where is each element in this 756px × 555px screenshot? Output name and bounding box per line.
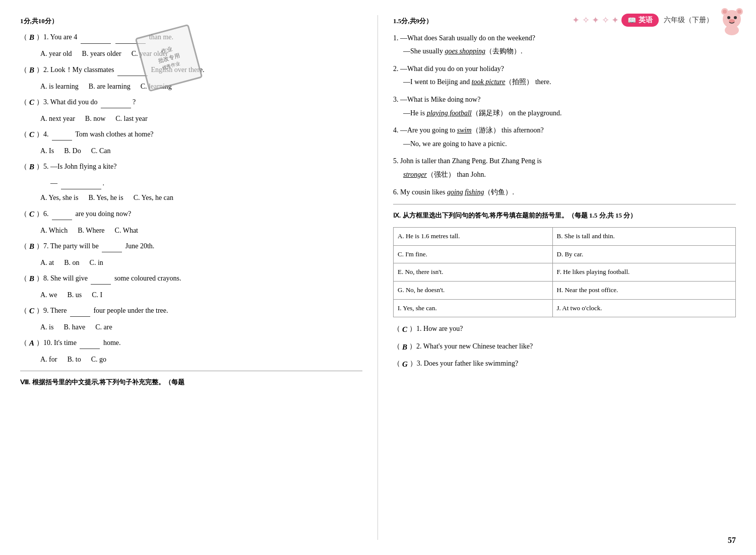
brand-bar: ✦ ✧ ✦ ✧ ✦ 📖 英语 六年级（下册） bbox=[572, 5, 746, 35]
right-section-divider bbox=[393, 204, 736, 204]
q8-options: A. we B. us C. I bbox=[40, 289, 362, 301]
right-column: 1.5分,共9分） 1. —What does Sarah usually do… bbox=[378, 15, 736, 540]
brand-icon: 📖 bbox=[627, 16, 636, 25]
section9-label: Ⅸ. 从方框里选出下列问句的答句,将序号填在题前的括号里。（每题 1.5 分,共… bbox=[393, 210, 736, 222]
fill-q6: 6. My cousin likes going fishing（钓鱼）. bbox=[393, 186, 736, 199]
q4-options: A. Is B. Do C. Can bbox=[40, 145, 362, 157]
page-number: 57 bbox=[728, 536, 736, 545]
q3-options: A. next year B. now C. last year bbox=[40, 112, 362, 125]
brand-badge: 📖 英语 bbox=[621, 14, 659, 27]
match-q1: （ C ）1. How are you? bbox=[393, 322, 736, 337]
table-row: C. I'm fine. D. By car. bbox=[394, 245, 736, 263]
question-10: （ A ）10. It's time home. bbox=[20, 336, 362, 350]
left-section-header: 1分,共10分） bbox=[20, 15, 362, 27]
table-row: A. He is 1.6 metres tall. B. She is tall… bbox=[394, 227, 736, 245]
match-q3: （ G ）3. Does your father like swimming? bbox=[393, 357, 736, 372]
table-row: I. Yes, she can. J. At two o'clock. bbox=[394, 299, 736, 317]
table-row: G. No, he doesn't. H. Near the post offi… bbox=[394, 281, 736, 299]
table-row: E. No, there isn't. F. He likes playing … bbox=[394, 263, 736, 282]
svg-point-5 bbox=[727, 16, 730, 19]
left-column: 1分,共10分） （ B ）1. You are 4 than me. A. y… bbox=[20, 15, 378, 540]
svg-point-3 bbox=[723, 10, 727, 14]
svg-point-4 bbox=[737, 10, 741, 14]
question-6: （ C ）6. are you doing now? bbox=[20, 207, 362, 221]
svg-point-6 bbox=[734, 16, 737, 19]
q5-options: A. Yes, she is B. Yes, he is C. Yes, he … bbox=[40, 191, 362, 204]
question-3: （ C ）3. What did you do ? bbox=[20, 96, 362, 109]
section8-label: Ⅷ. 根据括号里的中文提示,将下列句子补充完整。（每题 bbox=[20, 376, 362, 388]
answer-table: A. He is 1.6 metres tall. B. She is tall… bbox=[393, 227, 736, 317]
grade-label: 六年级（下册） bbox=[664, 16, 713, 25]
section-divider bbox=[20, 371, 362, 371]
fill-q3: 3. —What is Mike doing now? —He is playi… bbox=[393, 93, 736, 120]
q10-options: A. for B. to C. go bbox=[40, 353, 362, 366]
brand-label: 英语 bbox=[639, 16, 653, 25]
q9-options: A. is B. have C. are bbox=[40, 321, 362, 333]
page-container: ✦ ✧ ✦ ✧ ✦ 📖 英语 六年级（下册） bbox=[0, 0, 756, 555]
fill-q4: 4. —Are you going to swim（游泳） this after… bbox=[393, 124, 736, 151]
question-9: （ C ）9. There four people under the tree… bbox=[20, 304, 362, 318]
bear-icon bbox=[718, 5, 746, 35]
question-8: （ B ）8. She will give some coloured cray… bbox=[20, 272, 362, 286]
q2-options: A. is learning B. are learning C. learni… bbox=[40, 80, 362, 93]
q1-options: A. year old B. years older C. year older bbox=[40, 47, 362, 60]
svg-point-8 bbox=[725, 25, 739, 35]
match-q2: （ B ）2. What's your new Chinese teacher … bbox=[393, 340, 736, 355]
fill-q5: 5. John is taller than Zhang Peng. But Z… bbox=[393, 155, 736, 181]
stars-decor: ✦ ✧ ✦ ✧ ✦ bbox=[572, 15, 619, 26]
q5-response: — . bbox=[50, 177, 362, 189]
fill-q2: 2. —What did you do on your holiday? —I … bbox=[393, 62, 736, 89]
question-4: （ C ）4. Tom wash clothes at home? bbox=[20, 128, 362, 142]
question-5: （ B ）5. —Is John flying a kite? bbox=[20, 160, 362, 174]
q6-options: A. Which B. Where C. What bbox=[40, 224, 362, 237]
fill-q1: 1. —What does Sarah usually do on the we… bbox=[393, 32, 736, 58]
question-7: （ B ）7. The party will be June 20th. bbox=[20, 240, 362, 253]
q7-options: A. at B. on C. in bbox=[40, 256, 362, 269]
